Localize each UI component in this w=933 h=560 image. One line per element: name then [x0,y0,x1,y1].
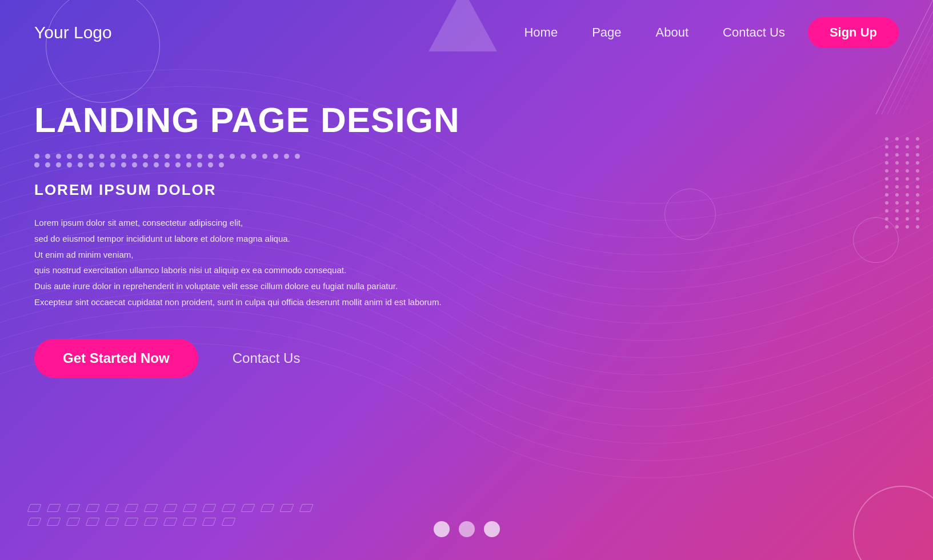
hero-subtitle: LOREM IPSUM DOLOR [34,181,899,199]
bottom-left-deco [29,504,312,531]
contact-us-button[interactable]: Contact Us [233,350,301,366]
deco-bottom-circle-right [853,486,933,560]
hero-body-text: Lorem ipsum dolor sit amet, consectetur … [34,215,480,310]
slash-row-1 [29,504,312,512]
nav-logo: Your Logo [34,23,112,42]
hero-body: Lorem ipsum dolor sit amet, consectetur … [34,215,480,310]
slider-dot-1[interactable] [434,521,450,537]
navbar: Your Logo Home Page About Contact Us Sig… [0,0,933,65]
hero-section: LANDING PAGE DESIGN LOREM IPSUM DOLOR Lo… [0,65,933,378]
nav-links: Home Page About Contact Us [524,25,784,40]
dot-row-1 [34,154,899,159]
slider-dot-2[interactable] [459,521,475,537]
slider-dot-3[interactable] [484,521,500,537]
nav-about[interactable]: About [656,25,689,40]
nav-contact[interactable]: Contact Us [723,25,785,40]
hero-title: LANDING PAGE DESIGN [34,99,899,140]
nav-home[interactable]: Home [524,25,558,40]
dot-row-2 [34,162,899,167]
nav-page[interactable]: Page [592,25,621,40]
signup-button[interactable]: Sign Up [808,17,899,48]
cta-row: Get Started Now Contact Us [34,339,899,378]
slider-dots [434,521,500,537]
slash-row-2 [29,518,312,526]
page-wrapper: .wl { fill: none; stroke: rgba(255,255,2… [0,0,933,560]
get-started-button[interactable]: Get Started Now [34,339,198,378]
